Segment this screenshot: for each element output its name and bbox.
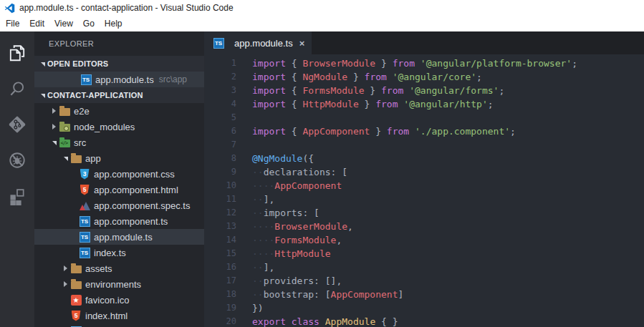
activity-bar [0, 31, 34, 327]
editor-area: TS app.module.ts × 123456789101112131415… [204, 31, 644, 327]
tree-item-index-ts[interactable]: TSindex.ts [34, 245, 204, 260]
chevron-collapsed-icon [49, 108, 59, 114]
code-line: ····FormsModule, [252, 233, 644, 247]
line-number-gutter: 1234567891011121314151617181920 [204, 57, 236, 327]
tree-item-src[interactable]: src [34, 135, 204, 150]
menu-help[interactable]: Help [100, 16, 128, 31]
folder-section-header[interactable]: CONTACT-APPLICATION [34, 87, 204, 103]
typescript-file-icon: TS [79, 231, 90, 243]
code-line: export class AppModule { } [252, 315, 644, 327]
html5-file-icon: 5 [70, 310, 82, 321]
tree-item-app[interactable]: app [34, 150, 204, 166]
menu-file[interactable]: File [1, 16, 24, 31]
line-number: 18 [204, 288, 236, 301]
line-number: 8 [204, 152, 236, 165]
tree-item-index-html[interactable]: 5index.html [34, 308, 204, 323]
tree-item-app-component-ts[interactable]: TSapp.component.ts [34, 213, 204, 229]
typescript-file-icon: TS [213, 37, 224, 49]
line-number: 6 [204, 125, 236, 138]
open-editor-path: src\app [159, 74, 187, 84]
open-editor-item[interactable]: TSapp.module.tssrc\app [34, 72, 204, 87]
code-line [252, 138, 644, 152]
code-line: ····BrowserModule, [252, 220, 644, 233]
tree-item-label: environments [85, 279, 141, 290]
code-editor[interactable]: 1234567891011121314151617181920 import {… [204, 54, 644, 327]
tree-item-label: src [74, 137, 86, 148]
tree-item-app-component-spec-ts[interactable]: app.component.spec.ts [34, 197, 204, 213]
line-number: 12 [204, 206, 236, 220]
tree-item-environments[interactable]: environments [34, 276, 204, 292]
line-number: 10 [204, 179, 236, 192]
favicon-file-icon: ★ [70, 294, 82, 306]
code-line: ··declarations: [ [252, 165, 644, 179]
line-number: 4 [204, 97, 236, 111]
debug-icon[interactable] [0, 142, 34, 178]
tree-item-favicon-ico[interactable]: ★favicon.ico [34, 292, 204, 308]
tree-item-label: assets [85, 263, 112, 274]
code-line: ··providers: [], [252, 274, 644, 288]
menu-view[interactable]: View [49, 16, 78, 31]
tree-item-label: app.component.spec.ts [94, 200, 190, 211]
spec-file-icon [79, 200, 90, 211]
tree-item-assets[interactable]: assets [34, 260, 204, 276]
tree-item-label: index.ts [94, 248, 126, 258]
tab-app-module-ts[interactable]: TS app.module.ts × [204, 31, 312, 54]
chevron-collapsed-icon [60, 281, 70, 287]
code-line: ··imports: [ [252, 206, 644, 220]
line-number: 19 [204, 301, 236, 315]
menu-go[interactable]: Go [78, 16, 100, 31]
line-number: 9 [204, 165, 236, 179]
typescript-file-icon: TS [80, 74, 92, 85]
close-tab-icon[interactable]: × [299, 38, 305, 49]
tab-bar: TS app.module.ts × [204, 31, 644, 54]
tree-item-label: e2e [74, 106, 90, 117]
chevron-expanded-icon [49, 140, 59, 145]
code-line: ··], [252, 260, 644, 274]
vscode-logo-icon [4, 3, 15, 14]
line-number: 17 [204, 274, 236, 288]
code-line: import { BrowserModule } from '@angular/… [252, 57, 644, 70]
menu-edit[interactable]: Edit [24, 16, 49, 31]
tree-item-label: app.component.ts [94, 216, 168, 227]
extensions-icon[interactable] [0, 178, 34, 214]
code-line: import { HttpModule } from '@angular/htt… [252, 97, 644, 111]
explorer-sidebar: EXPLORER OPEN EDITORS TSapp.module.tssrc… [34, 31, 204, 327]
search-icon[interactable] [0, 71, 34, 107]
code-line: ··bootstrap: [AppComponent] [252, 288, 644, 301]
line-number: 16 [204, 260, 236, 274]
chevron-collapsed-icon [60, 265, 70, 271]
folder-icon [70, 263, 82, 274]
tree-item-e2e[interactable]: e2e [34, 103, 204, 119]
source-control-icon[interactable] [0, 107, 34, 142]
title-bar: app.module.ts - contact-application - Vi… [0, 0, 644, 16]
folder-icon [70, 278, 82, 290]
code-line: ··], [252, 192, 644, 206]
sidebar-title: EXPLORER [34, 31, 204, 56]
open-editors-header[interactable]: OPEN EDITORS [34, 56, 204, 72]
code-line: }) [252, 301, 644, 315]
tree-item-node-modules[interactable]: node_modules [34, 119, 204, 135]
line-number: 13 [204, 220, 236, 233]
explorer-icon[interactable] [0, 35, 34, 71]
code-line: ····HttpModule [252, 247, 644, 260]
line-number: 1 [204, 57, 236, 70]
code-line: @NgModule({ [252, 152, 644, 165]
folder-src-icon [59, 137, 70, 148]
chevron-collapsed-icon [49, 124, 59, 130]
code-line: import { AppComponent } from './app.comp… [252, 125, 644, 138]
tree-item-main-ts[interactable]: TSmain.ts [34, 323, 204, 327]
chevron-expanded-icon [37, 62, 47, 66]
tree-item-label: app.component.css [94, 169, 175, 180]
chevron-expanded-icon [37, 93, 47, 97]
tree-item-label: app.component.html [94, 185, 178, 195]
tree-item-app-component-css[interactable]: 3app.component.css [34, 166, 204, 182]
tree-item-app-module-ts[interactable]: TSapp.module.ts [34, 229, 204, 245]
open-editor-filename: app.module.ts [95, 74, 154, 85]
window-title: app.module.ts - contact-application - Vi… [19, 3, 234, 13]
css3-file-icon: 3 [79, 168, 90, 180]
code-line: ····AppComponent [252, 179, 644, 192]
tree-item-label: node_modules [74, 122, 135, 132]
tree-item-label: favicon.ico [85, 295, 129, 306]
line-number: 7 [204, 138, 236, 152]
tree-item-app-component-html[interactable]: 5app.component.html [34, 182, 204, 197]
